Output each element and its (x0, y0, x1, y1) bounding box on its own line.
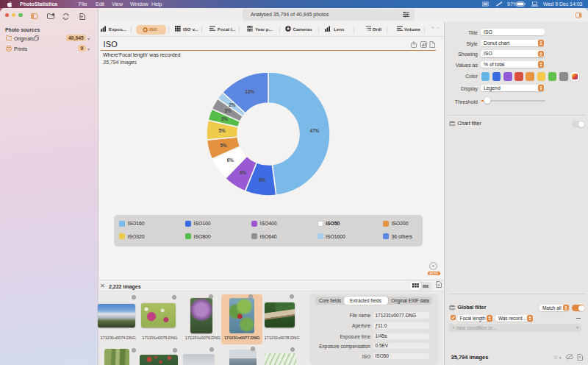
svg-text:6%: 6% (240, 170, 247, 175)
svg-text:6%: 6% (227, 157, 234, 163)
svg-text:5%: 5% (220, 143, 228, 148)
svg-text:2%: 2% (229, 102, 236, 107)
svg-text:47%: 47% (310, 128, 320, 133)
svg-text:8%: 8% (259, 177, 266, 182)
svg-text:5%: 5% (219, 128, 226, 133)
svg-text:3%: 3% (225, 108, 232, 113)
svg-text:3%: 3% (221, 116, 229, 121)
svg-text:13%: 13% (245, 89, 254, 94)
